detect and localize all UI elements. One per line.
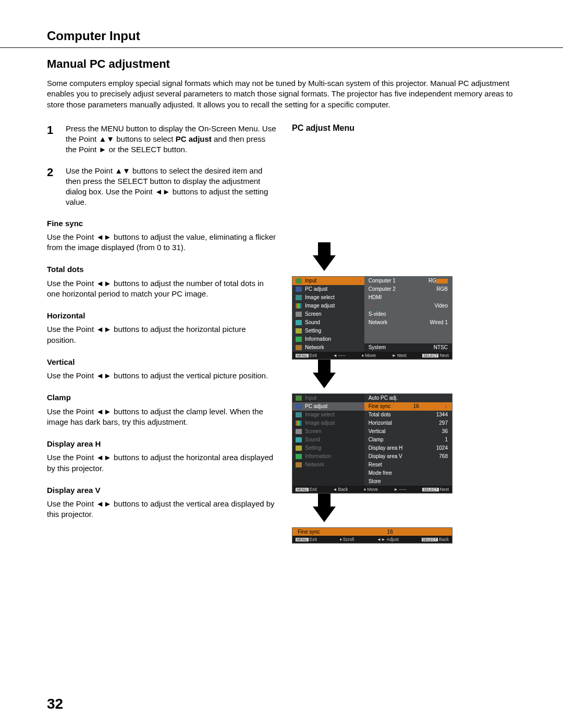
menu-icon [296,345,302,350]
osd-left-item: Sound [292,318,364,327]
param-block: Display area VUse the Point ◄► buttons t… [47,485,276,520]
osd-row: PC adjust ‹Fine sync16⤓ [292,402,452,411]
menu-icon [296,454,302,459]
osd-row: SoundClamp1 [292,436,452,444]
param-desc: Use the Point ◄► buttons to adjust the v… [47,232,276,253]
osd-right-item: Display area V768 [364,452,452,461]
osd-right-item: Total dots1344 [364,411,452,419]
osd-right-item: NetworkWired 1 [364,318,452,327]
osd-left-item: Input › [292,277,364,285]
menu-icon [296,295,302,300]
menu-icon [296,412,302,417]
page-number: 32 [47,696,63,712]
osd-row: InformationDisplay area V768 [292,452,452,461]
menu-icon [296,287,302,292]
osd-row: Input ›Computer 1RG [292,277,452,285]
osd-right-item: SystemNTSC [364,343,452,352]
osd-row: Mode free [292,469,452,477]
osd-left-item: Setting [292,327,364,335]
osd-foot-item: ♦Move [362,353,376,358]
osd-right-item [364,335,452,343]
osd-row: NetworkReset [292,461,452,469]
osd-right-item: Clamp1 [364,436,452,444]
osd-row: Setting [292,327,452,335]
osd-left-item [292,469,364,477]
osd-left-item: Sound [292,436,364,444]
param-block: Total dotsUse the Point ◄► buttons to ad… [47,264,276,299]
param-title: Fine sync [47,218,276,229]
step-text: Press the MENU button to display the On-… [66,124,276,155]
osd-left-item: Information [292,452,364,461]
osd-row: SoundNetworkWired 1 [292,318,452,327]
osd-row: Image selectTotal dots1344 [292,411,452,419]
osd-right-item: Horizontal297 [364,419,452,427]
osd-foot-item: SELECTNext [422,353,449,358]
osd-left-item: Image select [292,411,364,419]
osd-foot-item: ♦Scroll [339,537,354,542]
osd-row: Image selectHDMI [292,293,452,302]
osd-row: SettingDisplay area H1024 [292,444,452,452]
param-desc: Use the Point ◄► buttons to adjust the h… [47,324,276,346]
param-desc: Use the Point ◄► buttons to adjust the n… [47,278,276,300]
pc-adjust-menu-title: PC adjust Menu [292,124,516,133]
osd-foot-item: MENUExit [296,487,317,492]
osd-row: NetworkSystemNTSC [292,343,452,352]
osd-left-item: Network [292,343,364,352]
osd-foot-item: ◄►Adjust [377,537,399,542]
osd-right-item [364,327,452,335]
param-desc: Use the Point ◄► buttons to adjust the c… [47,406,276,428]
menu-icon [296,303,302,309]
param-title: Horizontal [47,311,276,321]
param-desc: Use the Point ◄► buttons to adjust the v… [47,499,276,520]
osd-right-item: Store [364,477,452,486]
manual-page: Computer Input Manual PC adjustment Some… [0,0,563,728]
osd-left-item: PC adjust [292,285,364,293]
osd-left-item: Network [292,461,364,469]
osd-foot-item: MENUExit [296,537,317,542]
param-desc: Use the Point ◄► buttons to adjust the h… [47,452,276,474]
menu-icon [296,320,302,325]
osd-screenshot-2: InputAuto PC adj.PC adjust ‹Fine sync16⤓… [292,393,452,493]
osd-right-item: S-video [364,310,452,318]
osd-right-item: Fine sync16⤓ [364,402,452,411]
osd-foot-item: SELECTBack [422,537,449,542]
osd2-footer: MENUExit◄Back♦Move►-----SELECTNext [292,486,452,493]
right-column: PC adjust Menu Input ›Computer 1RGPC adj… [292,124,516,544]
param-desc: Use the Point ◄► buttons to adjust the v… [47,371,276,381]
osd1-footer: MENUExit◄-----♦Move►NextSELECTNext [292,352,452,359]
osd-foot-item: SELECTNext [422,487,449,492]
osd-right-item: Computer 2RGB [364,285,452,293]
menu-icon [296,404,302,409]
section-title: Manual PC adjustment [47,57,516,71]
menu-icon [296,462,302,467]
osd-right-item: Computer 1RG [364,277,452,285]
osd3-title: Fine sync [298,529,387,535]
menu-icon [296,337,302,342]
osd-left-item: Screen [292,427,364,436]
osd-right-item: HDMI [364,293,452,302]
osd-row: ScreenVertical36 [292,427,452,436]
step-text: Use the Point ▲▼ buttons to select the d… [66,166,276,208]
osd-left-item: Screen [292,310,364,318]
step: 2Use the Point ▲▼ buttons to select the … [47,166,276,208]
step-number: 1 [47,124,66,155]
param-title: Vertical [47,357,276,367]
arrow-down-icon [313,507,336,522]
arrow-down-icon [313,373,336,388]
menu-icon [296,421,302,426]
osd-foot-item: ♦Move [364,487,378,492]
menu-icon [296,312,302,317]
osd-foot-item: ◄Back [333,487,348,492]
osd-row: Information [292,335,452,343]
param-block: Display area HUse the Point ◄► buttons t… [47,439,276,474]
menu-icon [296,429,302,434]
header-rule [0,47,563,48]
menu-icon [296,278,302,283]
osd-foot-item: ►----- [394,487,407,492]
param-block: ClampUse the Point ◄► buttons to adjust … [47,392,276,427]
osd-right-item: ✓Video [364,302,452,310]
osd-left-item: Input [292,394,364,402]
osd-left-item: Information [292,335,364,343]
osd-left-item: Setting [292,444,364,452]
osd-foot-item: ►Next [392,353,407,358]
